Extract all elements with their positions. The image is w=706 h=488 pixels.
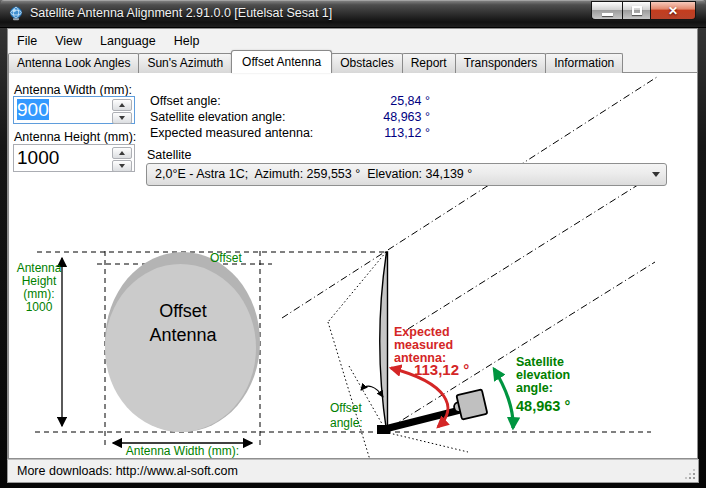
title-bar[interactable]: Satellite Antenna Alignment 2.91.0.0 [Eu… bbox=[0, 0, 706, 28]
close-button[interactable]: ✕ bbox=[651, 1, 696, 20]
close-icon: ✕ bbox=[668, 5, 678, 17]
antenna-width-input[interactable]: 900 bbox=[13, 96, 135, 124]
minimize-icon bbox=[602, 13, 613, 16]
antenna-height-spinner bbox=[112, 146, 132, 172]
elevation-angle-result-label: Satellite elevation angle: bbox=[150, 110, 286, 124]
status-bar: More downloads: http://www.al-soft.com bbox=[7, 459, 699, 483]
dropdown-button[interactable] bbox=[646, 164, 666, 185]
dish-front-inner bbox=[105, 264, 256, 432]
antenna-width-spinner bbox=[112, 98, 132, 124]
maximize-icon bbox=[632, 6, 642, 15]
offset-angle-arrow bbox=[361, 386, 383, 397]
tab-offset-antenna[interactable]: Offset Antenna bbox=[231, 50, 332, 73]
antenna-width-value: 900 bbox=[17, 99, 49, 121]
resize-grip-icon[interactable] bbox=[684, 468, 695, 479]
satellite-elevation-label: Satellite elevation angle: bbox=[516, 356, 570, 395]
arrow-up-icon bbox=[119, 103, 125, 107]
antenna-width-label: Antenna Width (mm): bbox=[14, 83, 132, 97]
menu-view[interactable]: View bbox=[46, 31, 91, 51]
menu-language[interactable]: Language bbox=[91, 31, 165, 51]
maximize-button[interactable] bbox=[622, 1, 651, 20]
spin-up-button[interactable] bbox=[112, 99, 132, 111]
menu-bar: File View Language Help bbox=[8, 31, 208, 51]
diagram-offset-angle-label: Offset angle: bbox=[330, 401, 363, 431]
elevation-angle-result-value: 48,963 ° bbox=[330, 110, 430, 124]
elevation-angle-arrow bbox=[494, 369, 513, 428]
tab-report[interactable]: Report bbox=[402, 53, 456, 73]
tab-transponders[interactable]: Transponders bbox=[455, 53, 547, 73]
diagram-width-label: Antenna Width (mm): bbox=[100, 444, 265, 458]
lnb-head bbox=[452, 389, 488, 420]
chevron-down-icon bbox=[652, 172, 660, 177]
window-controls: ✕ bbox=[591, 1, 696, 20]
satellite-dropdown-value: 2,0°E - Astra 1C; Azimuth: 259,553 ° Ele… bbox=[155, 167, 472, 181]
spin-down-button[interactable] bbox=[112, 160, 132, 172]
arrow-down-icon bbox=[119, 164, 125, 168]
dish-front-label: Offset Antenna bbox=[118, 299, 248, 347]
tab-obstacles[interactable]: Obstacles bbox=[331, 53, 402, 73]
arrow-down-icon bbox=[119, 116, 125, 120]
expected-measured-result-label: Expected measured antenna: bbox=[150, 126, 313, 140]
spin-up-button[interactable] bbox=[112, 147, 132, 159]
tab-suns-azimuth[interactable]: Sun's Azimuth bbox=[138, 53, 232, 73]
app-window: Satellite Antenna Alignment 2.91.0.0 [Eu… bbox=[0, 0, 706, 488]
globe-app-icon bbox=[8, 6, 24, 22]
dish-side-view bbox=[380, 252, 388, 431]
tab-antenna-look-angles[interactable]: Antenna Look Angles bbox=[8, 53, 139, 73]
diagram-height-label: Antenna Height (mm): 1000 bbox=[10, 262, 68, 314]
window-title: Satellite Antenna Alignment 2.91.0.0 [Eu… bbox=[30, 0, 332, 28]
expected-measured-label: Expected measured antenna: bbox=[394, 326, 453, 365]
arrow-up-icon bbox=[119, 151, 125, 155]
offset-angle-result-label: Offset angle: bbox=[150, 94, 221, 108]
status-downloads-link[interactable]: More downloads: http://www.al-soft.com bbox=[17, 464, 238, 478]
offset-angle-result-value: 25,84 ° bbox=[330, 94, 430, 108]
satellite-elevation-value: 48,963 ° bbox=[516, 398, 570, 414]
minimize-button[interactable] bbox=[591, 1, 622, 20]
tab-strip: Antenna Look Angles Sun's Azimuth Offset… bbox=[8, 51, 622, 73]
antenna-height-value: 1000 bbox=[17, 147, 59, 169]
expected-measured-result-value: 113,12 ° bbox=[330, 126, 430, 140]
spin-down-button[interactable] bbox=[112, 112, 132, 124]
antenna-height-label: Antenna Height (mm): bbox=[14, 130, 136, 144]
menu-file[interactable]: File bbox=[8, 31, 46, 51]
expected-measured-value: 113,12 ° bbox=[414, 361, 469, 378]
satellite-label: Satellite bbox=[147, 148, 191, 162]
tab-information[interactable]: Information bbox=[545, 53, 623, 73]
menu-help[interactable]: Help bbox=[165, 31, 209, 51]
antenna-height-input[interactable]: 1000 bbox=[13, 144, 135, 172]
satellite-dropdown[interactable]: 2,0°E - Astra 1C; Azimuth: 259,553 ° Ele… bbox=[146, 163, 667, 186]
diagram-offset-label: Offset bbox=[210, 251, 242, 265]
